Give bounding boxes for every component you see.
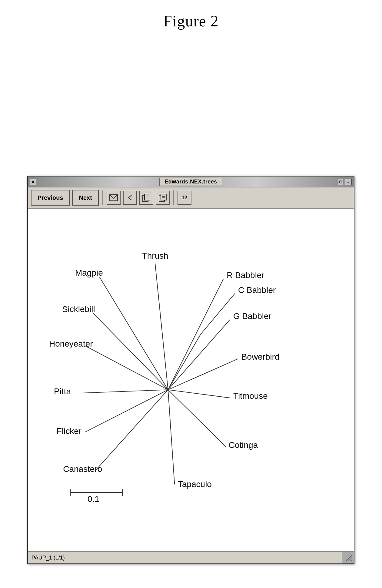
next-button[interactable]: Next [72, 190, 98, 206]
svg-text:Cotinga: Cotinga [229, 440, 258, 450]
minimize-button[interactable]: ⊡ [337, 179, 344, 185]
svg-line-42 [350, 560, 352, 561]
svg-rect-4 [161, 194, 166, 200]
svg-text:Magpie: Magpie [75, 268, 103, 277]
status-bar: PAUP_1 (1/1) [28, 551, 354, 563]
copy-icon-button[interactable] [139, 191, 153, 205]
paste-icon-button[interactable] [156, 191, 170, 205]
window-icon-symbol: ■ [32, 180, 34, 184]
svg-line-12 [168, 320, 230, 390]
svg-line-9 [168, 279, 224, 390]
svg-line-11 [168, 334, 201, 390]
svg-text:Canastero: Canastero [63, 464, 102, 474]
status-text: PAUP_1 (1/1) [32, 555, 65, 561]
svg-text:Titmouse: Titmouse [233, 391, 268, 401]
title-bar: ■ Edwards.NEX.trees ⊡ ≡ [28, 176, 354, 187]
previous-button[interactable]: Previous [31, 190, 70, 206]
phylogenetic-tree: Thrush Magpie R Babbler C Babbler Sickle… [28, 209, 354, 551]
svg-text:0.1: 0.1 [88, 494, 99, 504]
svg-text:Sicklebill: Sicklebill [62, 304, 95, 314]
svg-line-15 [168, 359, 238, 390]
toolbar: Previous Next [28, 187, 354, 209]
back-icon-button[interactable] [123, 191, 137, 205]
application-window: ■ Edwards.NEX.trees ⊡ ≡ Previous Next [27, 176, 354, 564]
svg-text:Bowerbird: Bowerbird [241, 352, 280, 361]
svg-text:Honeyeater: Honeyeater [49, 339, 93, 348]
toolbar-separator-1 [102, 190, 103, 205]
svg-text:Pitta: Pitta [54, 387, 71, 396]
maximize-button[interactable]: ≡ [345, 179, 352, 185]
svg-line-21 [168, 390, 175, 484]
svg-line-14 [85, 346, 168, 390]
svg-text:G Babbler: G Babbler [233, 311, 271, 321]
svg-text:R Babbler: R Babbler [227, 270, 264, 280]
svg-text:Thrush: Thrush [142, 251, 168, 260]
toolbar-separator-2 [173, 190, 174, 205]
svg-line-20 [95, 390, 168, 471]
svg-line-17 [168, 390, 230, 398]
svg-text:Tapaculo: Tapaculo [178, 479, 212, 489]
svg-line-8 [100, 277, 168, 390]
svg-text:Flicker: Flicker [57, 426, 81, 436]
window-icon[interactable]: ■ [30, 179, 36, 185]
page-title: Figure 2 [0, 0, 382, 30]
window-title: Edwards.NEX.trees [159, 178, 222, 186]
tree-content-area: Thrush Magpie R Babbler C Babbler Sickle… [28, 209, 354, 551]
svg-line-13 [93, 313, 168, 390]
svg-line-7 [155, 263, 168, 390]
svg-line-16 [82, 390, 168, 393]
svg-rect-2 [144, 194, 150, 200]
window-controls: ⊡ ≡ [337, 179, 352, 185]
number-icon-button[interactable]: 12 [178, 191, 191, 205]
mail-icon-button[interactable] [107, 191, 121, 205]
svg-text:C Babbler: C Babbler [238, 285, 276, 295]
svg-line-19 [168, 390, 226, 447]
svg-line-18 [85, 390, 168, 432]
resize-handle[interactable] [342, 551, 354, 563]
